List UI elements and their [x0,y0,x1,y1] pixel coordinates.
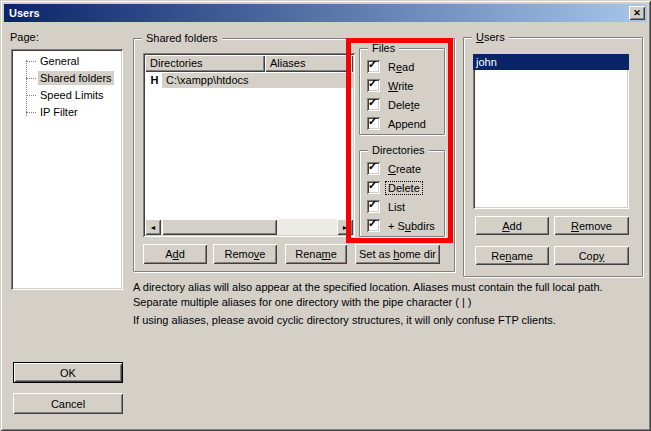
dir-delete-checkbox[interactable]: ✓ [367,181,380,194]
user-add-button[interactable]: Add [475,216,549,235]
checkbox-row-append[interactable]: ✓ Append [367,116,428,131]
user-remove-label: Remove [571,220,612,232]
scroll-left-icon: ◄ [150,224,157,231]
read-checkbox[interactable]: ✓ [367,60,380,73]
folder-add-button[interactable]: Add [143,244,207,264]
sidebar-item-label: General [38,54,81,68]
sidebar-item-label: Speed Limits [38,88,106,102]
scroll-left-button[interactable]: ◄ [145,219,161,235]
window-title: Users [9,7,40,19]
tree-stub [26,78,36,79]
list-label: List [386,201,407,213]
alias-help-text: A directory alias will also appear at th… [133,280,650,310]
table-header: Directories Aliases [145,55,353,72]
checkbox-row-file-delete[interactable]: ✓ Delete [367,97,422,112]
horizontal-scrollbar[interactable]: ◄ ► [145,219,353,235]
create-label: Create [386,163,423,175]
sidebar-item-label: IP Filter [38,105,80,119]
cancel-button[interactable]: Cancel [13,393,123,414]
file-delete-checkbox[interactable]: ✓ [367,98,380,111]
ok-label: OK [60,367,76,379]
directories-permissions-group: Directories ✓ Create ✓ Delete ✓ List ✓ +… [359,150,445,237]
table-row[interactable]: H C:\xampp\htdocs [145,72,353,88]
home-dir-marker: H [147,72,162,88]
checkmark-icon: ✓ [368,77,377,90]
sidebar-item-general[interactable]: General [15,53,120,69]
checkbox-row-read[interactable]: ✓ Read [367,59,416,74]
sidebar-item-shared-folders[interactable]: Shared folders [15,70,120,86]
write-checkbox[interactable]: ✓ [367,79,380,92]
folder-remove-label: Remove [225,248,266,260]
append-checkbox[interactable]: ✓ [367,117,380,130]
files-permissions-group: Files ✓ Read ✓ Write ✓ Delete ✓ Append [359,48,445,135]
scrollbar-thumb[interactable] [162,219,277,235]
checkbox-row-write[interactable]: ✓ Write [367,78,415,93]
subdirs-checkbox[interactable]: ✓ [367,219,380,232]
checkmark-icon: ✓ [368,115,377,128]
checkmark-icon: ✓ [368,58,377,71]
sidebar-item-speed-limits[interactable]: Speed Limits [15,87,120,103]
users-dialog: Users ✕ Page: General Shared folders Spe… [0,0,651,431]
shared-folders-group-label: Shared folders [142,32,222,45]
close-button[interactable]: ✕ [629,6,645,20]
cancel-label: Cancel [51,398,85,410]
users-group-label: Users [472,31,509,44]
sidebar-item-label: Shared folders [38,71,114,85]
checkmark-icon: ✓ [368,198,377,211]
files-group-label: Files [368,42,399,55]
checkbox-row-subdirs[interactable]: ✓ + Subdirs [367,218,437,233]
folder-rename-button[interactable]: Rename [285,244,347,264]
folder-remove-button[interactable]: Remove [213,244,277,264]
folder-add-label: Add [165,248,185,260]
tree-stub [26,112,36,113]
folder-rename-label: Rename [295,248,337,260]
column-header-aliases[interactable]: Aliases [265,55,351,72]
file-delete-label: Delete [386,99,422,111]
list-checkbox[interactable]: ✓ [367,200,380,213]
user-list-item[interactable]: john [473,54,629,70]
checkmark-icon: ✓ [368,217,377,230]
set-as-home-dir-label: Set as home dir [359,248,436,260]
column-header-directories[interactable]: Directories [145,55,265,72]
page-label: Page: [10,31,39,43]
cyclic-warning-text: If using aliases, please avoid cyclic di… [133,313,650,328]
subdirs-label: + Subdirs [386,220,437,232]
titlebar[interactable]: Users ✕ [4,4,647,22]
directory-path: C:\xampp\htdocs [162,73,353,88]
user-rename-label: Rename [491,250,533,262]
shared-folders-table[interactable]: Directories Aliases H C:\xampp\htdocs ◄ … [143,53,355,237]
scroll-right-icon: ► [342,224,349,231]
tree-stub [26,61,36,62]
users-list[interactable]: john [473,54,629,209]
write-label: Write [386,80,415,92]
checkbox-row-dir-delete[interactable]: ✓ Delete [367,180,422,195]
append-label: Append [386,118,428,130]
checkmark-icon: ✓ [368,160,377,173]
sidebar-item-ip-filter[interactable]: IP Filter [15,104,120,120]
user-rename-button[interactable]: Rename [475,246,549,265]
read-label: Read [386,61,416,73]
checkmark-icon: ✓ [368,96,377,109]
user-add-label: Add [502,220,522,232]
user-remove-button[interactable]: Remove [554,216,629,235]
checkmark-icon: ✓ [368,179,377,192]
directories-group-label: Directories [368,144,429,157]
users-group: Users john Add Remove Rename Copy [463,37,643,277]
user-copy-button[interactable]: Copy [554,246,629,265]
page-list[interactable]: General Shared folders Speed Limits IP F… [11,49,123,290]
user-copy-label: Copy [579,250,605,262]
checkbox-row-create[interactable]: ✓ Create [367,161,423,176]
scroll-right-button[interactable]: ► [337,219,353,235]
dir-delete-label: Delete [386,182,422,194]
set-as-home-dir-button[interactable]: Set as home dir [355,244,440,264]
ok-button[interactable]: OK [13,362,123,383]
tree-stub [26,95,36,96]
create-checkbox[interactable]: ✓ [367,162,380,175]
checkbox-row-list[interactable]: ✓ List [367,199,407,214]
close-icon: ✕ [633,8,641,18]
column-header-filler [351,55,353,72]
